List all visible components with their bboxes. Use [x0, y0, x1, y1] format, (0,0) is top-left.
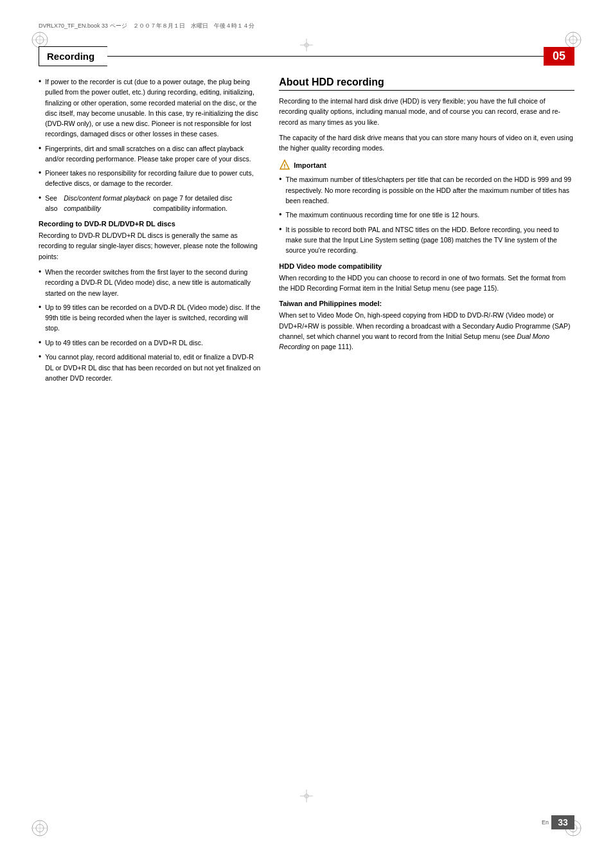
intro-bullet-3: Pioneer takes no responsibility for reco…	[39, 168, 263, 189]
left-column: If power to the recorder is cut (due to …	[39, 77, 263, 388]
page-number: 33	[551, 815, 574, 829]
chapter-number: 05	[544, 47, 574, 66]
hdd-intro-1: Recording to the internal hard disk driv…	[279, 96, 574, 127]
taiwan-text: When set to Video Mode On, high-speed co…	[279, 310, 574, 352]
dvd-bullet-2: Up to 99 titles can be recorded on a DVD…	[39, 302, 263, 334]
intro-bullet-2: Fingerprints, dirt and small scratches o…	[39, 143, 263, 165]
page-number-area: En 33	[542, 815, 574, 829]
hdd-section-heading: About HDD recording	[279, 77, 574, 91]
crosshair-bottom	[300, 790, 313, 804]
dvd-section-heading: Recording to DVD-R DL/DVD+R DL discs	[39, 220, 263, 228]
hdd-video-intro: When recording to the HDD you can choose…	[279, 273, 574, 294]
chapter-title: Recording	[39, 46, 107, 66]
important-bullet-3: It is possible to record both PAL and NT…	[279, 224, 574, 256]
taiwan-subheading: Taiwan and Philippines model:	[279, 300, 574, 307]
dvd-section-intro: Recording to DVD-R DL/DVD+R DL discs is …	[39, 230, 263, 262]
right-column: About HDD recording Recording to the int…	[279, 77, 574, 388]
important-icon: !	[279, 159, 290, 171]
dvd-bullet-1: When the recorder switches from the firs…	[39, 267, 263, 298]
important-label: Important	[294, 161, 326, 169]
chapter-header: Recording 05	[39, 46, 574, 66]
header-file-info: DVRLX70_TF_EN.book 33 ページ ２００７年８月１日 水曜日 …	[39, 22, 254, 30]
hdd-intro-2: The capacity of the hard disk drive mean…	[279, 132, 574, 154]
important-bullet-2: The maximum continuous recording time fo…	[279, 210, 574, 221]
important-box: ! Important The maximum number of titles…	[279, 159, 574, 255]
dvd-bullet-3: Up to 49 titles can be recorded on a DVD…	[39, 338, 263, 348]
dvd-bullet-list: When the recorder switches from the firs…	[39, 267, 263, 383]
intro-bullet-list: If power to the recorder is cut (due to …	[39, 77, 263, 213]
hdd-video-heading: HDD Video mode compatibility	[279, 262, 574, 270]
important-bullet-list: The maximum number of titles/chapters pe…	[279, 174, 574, 255]
intro-bullet-4: See also Disc/content format playback co…	[39, 193, 263, 214]
dvd-bullet-4: You cannot play, record additional mater…	[39, 352, 263, 383]
intro-bullet-1: If power to the recorder is cut (due to …	[39, 77, 263, 140]
important-bullet-1: The maximum number of titles/chapters pe…	[279, 174, 574, 206]
svg-text:!: !	[284, 164, 285, 169]
page-lang: En	[542, 819, 549, 826]
important-header: ! Important	[279, 159, 574, 171]
chapter-line	[107, 56, 544, 57]
content-area: Recording 05 If power to the recorder is…	[39, 46, 574, 829]
two-column-layout: If power to the recorder is cut (due to …	[39, 77, 574, 388]
page-header: DVRLX70_TF_EN.book 33 ページ ２００７年８月１日 水曜日 …	[39, 21, 574, 31]
